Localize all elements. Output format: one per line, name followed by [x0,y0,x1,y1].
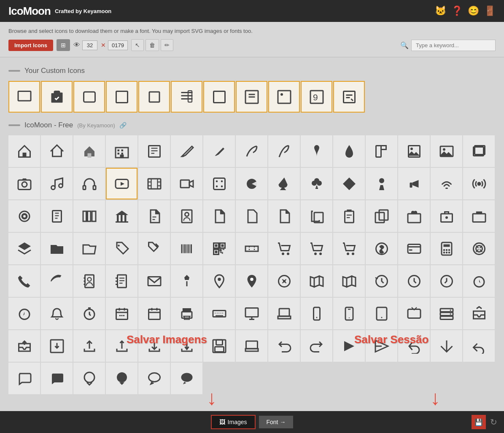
icon-history[interactable] [366,265,397,297]
icon-phone-mobile2[interactable] [333,298,365,329]
icon-compass[interactable] [268,265,300,297]
icon-folder-closed[interactable] [41,233,73,264]
icon-video[interactable] [171,168,202,199]
icon-calculator[interactable] [431,233,462,264]
icon-drop[interactable] [333,135,365,167]
icon-map2[interactable] [333,265,365,297]
icon-download2[interactable] [171,330,202,362]
icon-book1[interactable] [41,200,73,232]
custom-icon-3[interactable] [73,81,105,113]
icon-barcode[interactable] [171,233,202,264]
icon-feather1[interactable] [236,135,267,167]
icon-museum[interactable] [106,200,137,232]
icon-reply2[interactable] [463,330,495,362]
icon-server[interactable] [431,298,462,329]
session-save-button[interactable]: 💾 [472,415,486,429]
icon-printer[interactable] [171,298,202,329]
icon-redo[interactable] [301,330,332,362]
icon-alarm2[interactable] [8,298,40,329]
icon-location2[interactable] [236,265,267,297]
icon-send[interactable] [366,330,397,362]
icon-chess-pawn[interactable] [366,168,397,199]
icon-floppy[interactable] [203,330,235,362]
icon-address-book[interactable] [73,265,105,297]
icon-upload1[interactable] [73,330,105,362]
icon-signal[interactable] [8,200,40,232]
icon-download-box[interactable] [41,330,73,362]
icon-notebook[interactable] [106,265,137,297]
icon-document3[interactable] [236,200,267,232]
icon-upload2[interactable] [106,330,137,362]
custom-icon-1[interactable] [8,81,40,113]
icon-bell[interactable] [41,298,73,329]
icon-monitor[interactable] [236,298,267,329]
font-button[interactable]: Font → [259,416,294,428]
icon-megaphone[interactable] [398,168,430,199]
icon-lifebuoy[interactable] [463,233,495,264]
icon-document2[interactable] [203,200,235,232]
icon-film[interactable] [138,168,170,199]
icon-home2[interactable] [41,135,73,167]
login-icon[interactable]: 🚪 [484,5,496,16]
icon-qrcode[interactable] [203,233,235,264]
icon-copy2[interactable] [366,200,397,232]
custom-icon-9[interactable] [268,81,300,113]
icon-image2[interactable] [431,135,462,167]
icon-alarm[interactable] [463,265,495,297]
icon-phone-mobile[interactable] [301,298,332,329]
icon-broadcast[interactable] [463,168,495,199]
icon-calendar2[interactable] [138,298,170,329]
icon-location1[interactable] [203,265,235,297]
custom-icon-8[interactable] [236,81,267,113]
custom-icon-10[interactable]: 9 [301,81,332,113]
custom-icon-2[interactable] [41,81,73,113]
icon-pen[interactable] [301,135,332,167]
icon-cart2[interactable] [301,233,332,264]
icon-undo[interactable] [268,330,300,362]
icon-portfolio[interactable] [463,200,495,232]
custom-icon-5[interactable] [138,81,170,113]
icomoon-link-icon[interactable]: 🔗 [119,122,127,129]
icon-laptop2[interactable] [236,330,267,362]
icon-keyboard[interactable] [203,298,235,329]
icon-folder-open[interactable] [73,233,105,264]
icon-paint[interactable] [366,135,397,167]
icon-books[interactable] [73,200,105,232]
github-icon[interactable]: 🐱 [435,5,446,16]
custom-icon-4[interactable] [106,81,137,113]
icon-envelope[interactable] [138,265,170,297]
icon-pencil1[interactable] [171,135,202,167]
icon-bubble5[interactable] [138,363,170,394]
icon-dollar[interactable] [366,233,397,264]
icon-phone[interactable] [8,265,40,297]
icon-document1[interactable] [138,200,170,232]
icon-calendar1[interactable] [106,298,137,329]
icon-newspaper[interactable] [138,135,170,167]
edit-button[interactable]: ✏ [161,39,173,51]
icon-wifi[interactable] [431,168,462,199]
icon-pencil2[interactable] [203,135,235,167]
search-button[interactable]: 🔍 [400,41,409,49]
icon-share[interactable] [431,330,462,362]
icon-image1[interactable] [398,135,430,167]
icon-download1[interactable] [138,330,170,362]
icon-youtube[interactable] [106,168,137,199]
icon-briefcase1[interactable] [398,200,430,232]
icon-photos[interactable] [463,135,495,167]
icon-pacman[interactable] [236,168,267,199]
icon-bubble3[interactable] [73,363,105,394]
icon-layers[interactable] [8,233,40,264]
icon-forward[interactable] [333,330,365,362]
icon-diamond[interactable] [333,168,365,199]
icon-bubble2[interactable] [41,363,73,394]
icon-bubble6[interactable] [171,363,202,394]
icon-tablet[interactable] [366,298,397,329]
icon-tag1[interactable] [106,233,137,264]
icon-home3[interactable] [73,135,105,167]
icon-stopwatch[interactable] [73,298,105,329]
icon-creditcard[interactable] [398,233,430,264]
icon-pin[interactable] [171,265,202,297]
icon-tags[interactable] [138,233,170,264]
icon-copy[interactable] [301,200,332,232]
icon-bubble1[interactable] [8,363,40,394]
